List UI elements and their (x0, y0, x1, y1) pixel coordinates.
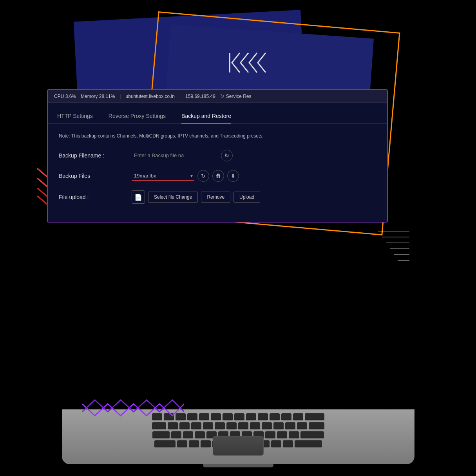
tab-http-settings[interactable]: HTTP Settings (57, 109, 93, 124)
key (262, 422, 272, 429)
tab-reverse-proxy[interactable]: Reverse Proxy Settings (109, 109, 166, 124)
content-area: Note: This backup contains Channels, Mul… (48, 124, 387, 222)
refresh-icon: ↻ (220, 93, 224, 99)
key (270, 413, 280, 420)
key (215, 422, 225, 429)
backup-filename-refresh-btn[interactable]: ↻ (221, 150, 233, 161)
remove-btn[interactable]: Remove (201, 192, 230, 203)
key (189, 440, 199, 447)
key (199, 413, 209, 420)
key (283, 440, 293, 447)
backup-files-row: Backup Files 19mar.lbx 20mar.lbx 21mar.l… (59, 170, 376, 182)
key (203, 422, 213, 429)
backup-filename-row: Backup Filename : ↻ (59, 150, 376, 161)
backup-files-refresh-btn[interactable]: ↻ (197, 170, 209, 182)
laptop-notch (203, 464, 273, 467)
laptop-touchpad (213, 436, 264, 456)
cpu-status: CPU 3.6% (54, 94, 76, 99)
key (309, 422, 324, 429)
key (152, 431, 170, 438)
key (223, 413, 233, 420)
key (246, 413, 256, 420)
key (171, 431, 181, 438)
key (297, 422, 307, 429)
key (271, 440, 281, 447)
purple-zigzag-decoration (82, 396, 184, 425)
key (258, 413, 268, 420)
key (273, 422, 284, 429)
key (300, 431, 324, 438)
upload-btn[interactable]: Upload (233, 192, 260, 203)
memory-status: Memory 28.11% (81, 94, 115, 99)
domain-status: ubuntutest.livebox.co.in (126, 94, 175, 99)
file-upload-label: File upload : (59, 194, 125, 200)
backup-files-controls: 19mar.lbx 20mar.lbx 21mar.lbx ▾ ↻ 🗑 ⬇ (132, 170, 376, 182)
key (238, 422, 248, 429)
key (265, 431, 275, 438)
key (191, 422, 201, 429)
key (305, 413, 324, 420)
backup-files-delete-btn[interactable]: 🗑 (212, 170, 224, 182)
file-icon-box: 📄 (132, 190, 145, 204)
tabs-bar: HTTP Settings Reverse Proxy Settings Bac… (48, 103, 387, 124)
backup-filename-label: Backup Filename : (59, 152, 125, 159)
key (293, 413, 303, 420)
key (285, 422, 295, 429)
service-restart-status: ↻ Service Res (220, 93, 252, 99)
backup-files-select[interactable]: 19mar.lbx 20mar.lbx 21mar.lbx (132, 171, 194, 181)
white-lines-decoration (378, 227, 409, 268)
key (295, 440, 322, 447)
key (281, 413, 291, 420)
key (195, 431, 205, 438)
key (289, 431, 299, 438)
backup-filename-controls: ↻ (132, 150, 376, 161)
select-file-btn[interactable]: Select file Change (148, 192, 198, 203)
key (226, 422, 237, 429)
key (177, 440, 187, 447)
file-icon: 📄 (134, 194, 142, 201)
backup-files-download-btn[interactable]: ⬇ (227, 170, 239, 182)
key (183, 431, 193, 438)
key (250, 422, 260, 429)
rewind-icon (203, 47, 273, 80)
key (234, 413, 244, 420)
file-upload-row: File upload : 📄 Select file Change Remov… (59, 190, 376, 204)
backup-files-select-wrapper: 19mar.lbx 20mar.lbx 21mar.lbx ▾ (132, 171, 194, 181)
backup-filename-input[interactable] (132, 151, 218, 160)
note-text: Note: This backup contains Channels, Mul… (59, 133, 376, 139)
file-upload-controls: 📄 Select file Change Remove Upload (132, 190, 376, 204)
ui-panel: CPU 3.6% Memory 28.11% | ubuntutest.live… (48, 90, 387, 222)
tab-backup-restore[interactable]: Backup and Restore (181, 109, 231, 124)
key (277, 431, 287, 438)
backup-files-label: Backup Files (59, 173, 125, 179)
key (154, 440, 176, 447)
ui-panel-wrapper: CPU 3.6% Memory 28.11% | ubuntutest.live… (47, 89, 388, 223)
key (201, 440, 211, 447)
key (187, 413, 197, 420)
key (211, 413, 221, 420)
ip-status: 159.69.185.49 (185, 94, 215, 99)
status-bar: CPU 3.6% Memory 28.11% | ubuntutest.live… (48, 90, 387, 103)
